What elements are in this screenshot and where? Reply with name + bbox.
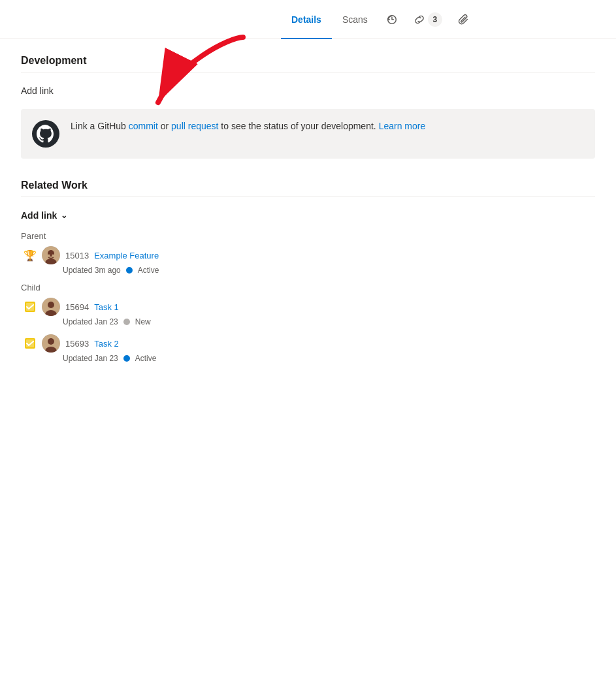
development-title: Development (21, 55, 595, 67)
item-status-15693: Active (135, 354, 157, 363)
status-dot-15013 (126, 267, 133, 274)
item-id-15013: 15013 (65, 251, 89, 260)
parent-group-label: Parent (21, 231, 595, 241)
related-work-add-link-button[interactable]: Add link ⌄ (21, 208, 67, 223)
user-avatar-icon-3 (42, 334, 60, 353)
github-text-middle: or (158, 121, 171, 131)
item-link-15694[interactable]: Task 1 (94, 302, 119, 312)
task-checklist-icon (24, 300, 37, 313)
item-id-15693: 15693 (65, 339, 89, 349)
tab-bar: Details Scans 3 (0, 0, 616, 39)
status-dot-15693 (123, 355, 130, 362)
task-icon-15694 (24, 300, 37, 313)
feature-icon: 🏆 (24, 249, 37, 262)
github-info-box: Link a GitHub commit or pull request to … (21, 109, 595, 159)
work-item-15694: 15694 Task 1 Updated Jan 23 New (21, 298, 595, 326)
github-commit-link[interactable]: commit (129, 121, 158, 131)
github-pr-link[interactable]: pull request (171, 121, 218, 131)
status-dot-15694 (123, 319, 130, 325)
child-group-label: Child (21, 283, 595, 292)
github-description: Link a GitHub commit or pull request to … (71, 119, 425, 133)
item-link-15013[interactable]: Example Feature (94, 251, 159, 260)
link-icon (413, 14, 425, 25)
work-item-meta-15693: Updated Jan 23 Active (24, 354, 595, 363)
item-updated-15693: Updated Jan 23 (63, 354, 118, 363)
item-id-15694: 15694 (65, 302, 89, 312)
related-work-add-link-label: Add link (21, 210, 57, 221)
related-work-section: Related Work Add link ⌄ Parent 🏆 (21, 180, 595, 363)
tab-scans[interactable]: Scans (332, 1, 378, 39)
work-item-15693: 15693 Task 2 Updated Jan 23 Active (21, 334, 595, 363)
svg-point-15 (48, 338, 54, 345)
svg-point-1 (32, 120, 59, 148)
development-add-link-label: Add link (21, 86, 54, 96)
chevron-down-icon: ⌄ (61, 211, 67, 220)
item-updated-15013: Updated 3m ago (63, 266, 121, 275)
svg-point-6 (52, 255, 54, 257)
item-updated-15694: Updated Jan 23 (63, 317, 118, 326)
avatar-15013 (42, 246, 60, 264)
red-arrow-icon (125, 31, 269, 116)
avatar-15693 (42, 334, 60, 353)
task-checklist-icon-2 (24, 337, 37, 350)
github-text-after: to see the status of your development. (218, 121, 378, 131)
github-logo-icon (31, 119, 60, 148)
avatar-15694 (42, 298, 60, 316)
work-item-row-15694: 15694 Task 1 (24, 298, 595, 316)
github-learn-more-link[interactable]: Learn more (379, 121, 426, 131)
github-text-before: Link a GitHub (71, 121, 129, 131)
history-icon (386, 14, 398, 25)
svg-point-5 (48, 255, 50, 257)
user-avatar-icon (42, 246, 60, 264)
main-content: Development Add link Link (0, 39, 616, 386)
work-item-row: 🏆 15013 Example Feature (24, 246, 595, 264)
item-link-15693[interactable]: Task 2 (94, 339, 119, 349)
item-status-15694: New (135, 317, 151, 326)
tab-history[interactable] (378, 1, 406, 39)
related-work-divider (21, 197, 595, 197)
work-item-meta-15694: Updated Jan 23 New (24, 317, 595, 326)
related-work-title: Related Work (21, 180, 595, 191)
user-avatar-icon-2 (42, 298, 60, 316)
development-section: Development Add link Link (21, 55, 595, 159)
paperclip-icon (458, 14, 470, 25)
development-divider (21, 72, 595, 72)
tab-links[interactable]: 3 (406, 1, 450, 39)
work-item-meta-15013: Updated 3m ago Active (24, 266, 595, 275)
work-item-row-15693: 15693 Task 2 (24, 334, 595, 353)
task-icon-15693 (24, 337, 37, 350)
development-add-link-button[interactable]: Add link (21, 83, 54, 99)
work-item-15013: 🏆 15013 Example Feature (21, 246, 595, 275)
svg-point-10 (48, 302, 54, 308)
tab-attachments[interactable] (450, 1, 478, 39)
links-badge: 3 (428, 12, 442, 27)
tab-details[interactable]: Details (281, 1, 332, 39)
item-status-15013: Active (138, 266, 159, 275)
